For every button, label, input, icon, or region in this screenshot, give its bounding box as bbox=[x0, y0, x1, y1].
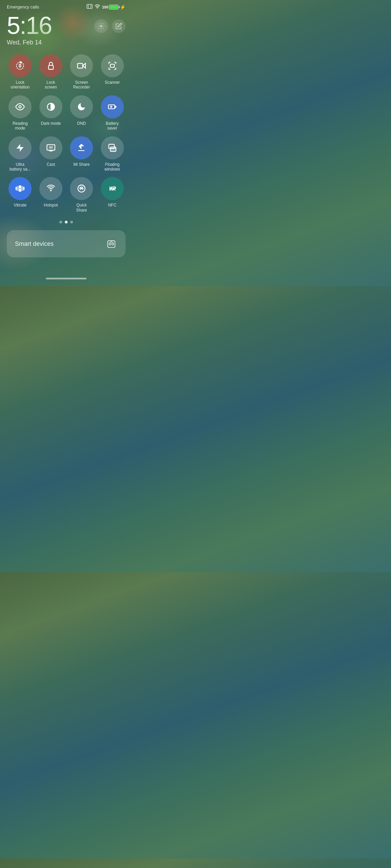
tile-label-quick-share: Quick Share bbox=[76, 203, 87, 213]
tiles-container: Lock orientation Lock screen Screen Reco… bbox=[0, 46, 132, 213]
smart-devices-icon bbox=[105, 238, 117, 250]
home-bar-line bbox=[46, 278, 87, 279]
svg-point-3 bbox=[97, 8, 97, 8]
svg-point-28 bbox=[50, 190, 52, 192]
svg-marker-10 bbox=[83, 63, 86, 68]
tile-nfc[interactable]: NFC bbox=[99, 177, 126, 213]
charging-icon: ⚡ bbox=[120, 4, 126, 10]
smart-devices-label: Smart devices bbox=[15, 240, 54, 248]
tile-label-vibrate: Vibrate bbox=[14, 203, 26, 208]
tile-label-screen-recorder: Screen Recorder bbox=[73, 80, 90, 90]
tile-label-dark-mode: Dark mode bbox=[41, 121, 61, 126]
tile-label-ultra-battery: Ultra battery sa... bbox=[10, 162, 31, 172]
tile-circle-reading-mode bbox=[8, 95, 32, 118]
svg-marker-21 bbox=[79, 144, 84, 149]
tile-circle-dark-mode bbox=[39, 95, 62, 118]
tile-screen-recorder[interactable]: Screen Recorder bbox=[68, 54, 95, 90]
tile-circle-mi-share bbox=[70, 136, 93, 159]
tile-dnd[interactable]: DND bbox=[68, 95, 95, 131]
svg-rect-0 bbox=[87, 4, 92, 8]
page-dots bbox=[0, 221, 132, 223]
svg-rect-22 bbox=[78, 150, 85, 151]
tile-label-floating-windows: Floating windows bbox=[105, 162, 120, 172]
battery-indicator: 100 ⚡ bbox=[102, 4, 126, 10]
tile-quick-share[interactable]: Quick Share bbox=[68, 177, 95, 213]
smart-devices-button[interactable]: Smart devices bbox=[7, 230, 126, 257]
tile-label-hotspot: Hotspot bbox=[44, 203, 58, 208]
tile-circle-cast bbox=[39, 136, 62, 159]
clock-actions bbox=[94, 13, 126, 33]
tile-label-scanner: Scanner bbox=[105, 80, 120, 85]
settings-button[interactable] bbox=[94, 19, 108, 33]
screen-record-icon bbox=[87, 4, 93, 10]
tile-circle-floating-windows bbox=[101, 136, 124, 159]
svg-point-7 bbox=[19, 65, 21, 67]
tile-circle-hotspot bbox=[39, 177, 62, 200]
svg-rect-20 bbox=[49, 146, 53, 149]
emergency-calls-text: Emergency calls bbox=[7, 4, 39, 9]
tile-scanner[interactable]: Scanner bbox=[99, 54, 126, 90]
wifi-icon bbox=[95, 4, 100, 10]
tile-circle-quick-share bbox=[70, 177, 93, 200]
tile-vibrate[interactable]: Vibrate bbox=[7, 177, 34, 213]
tile-battery-saver[interactable]: Battery saver bbox=[99, 95, 126, 131]
tile-label-lock-screen: Lock screen bbox=[45, 80, 57, 90]
svg-rect-8 bbox=[49, 65, 53, 70]
tile-circle-vibrate bbox=[8, 177, 32, 200]
tile-dark-mode[interactable]: Dark mode bbox=[38, 95, 64, 131]
edit-button[interactable] bbox=[112, 19, 126, 33]
svg-rect-9 bbox=[78, 63, 83, 68]
tile-label-reading-mode: Reading mode bbox=[13, 121, 28, 131]
battery-bar bbox=[109, 5, 118, 9]
tile-lock-screen[interactable]: Lock screen bbox=[38, 54, 64, 90]
tile-cast[interactable]: Cast bbox=[38, 136, 64, 172]
tile-label-mi-share: Mi Share bbox=[73, 162, 90, 167]
tile-floating-windows[interactable]: Floating windows bbox=[99, 136, 126, 172]
svg-point-30 bbox=[81, 188, 82, 190]
tile-circle-lock-orientation bbox=[8, 54, 32, 77]
svg-rect-11 bbox=[110, 64, 114, 67]
tile-hotspot[interactable]: Hotspot bbox=[38, 177, 64, 213]
tile-label-lock-orientation: Lock orientation bbox=[11, 80, 30, 90]
clock-left: 5:16 Wed, Feb 14 bbox=[7, 13, 52, 46]
tile-ultra-battery[interactable]: Ultra battery sa... bbox=[7, 136, 34, 172]
svg-marker-18 bbox=[17, 144, 24, 152]
home-bar bbox=[0, 278, 132, 283]
tile-circle-scanner bbox=[101, 54, 124, 77]
tile-circle-nfc bbox=[101, 177, 124, 200]
tile-circle-dnd bbox=[70, 95, 93, 118]
battery-percent: 100 bbox=[102, 5, 108, 9]
svg-point-12 bbox=[19, 105, 21, 108]
tile-label-battery-saver: Battery saver bbox=[106, 121, 119, 131]
tile-label-nfc: NFC bbox=[108, 203, 116, 208]
clock-date: Wed, Feb 14 bbox=[7, 39, 52, 46]
tile-mi-share[interactable]: Mi Share bbox=[68, 136, 95, 172]
page-dot-0[interactable] bbox=[59, 221, 62, 223]
clock-time: 5:16 bbox=[7, 13, 52, 38]
page-dot-2[interactable] bbox=[70, 221, 73, 223]
svg-point-27 bbox=[19, 188, 21, 190]
svg-rect-24 bbox=[110, 147, 116, 151]
tile-circle-ultra-battery bbox=[8, 136, 32, 159]
tile-circle-screen-recorder bbox=[70, 54, 93, 77]
tile-label-dnd: DND bbox=[77, 121, 86, 126]
tile-circle-lock-screen bbox=[39, 54, 62, 77]
tiles-grid: Lock orientation Lock screen Screen Reco… bbox=[7, 54, 126, 213]
battery-fill bbox=[110, 5, 118, 9]
svg-point-4 bbox=[100, 25, 102, 27]
tile-reading-mode[interactable]: Reading mode bbox=[7, 95, 34, 131]
tile-label-cast: Cast bbox=[46, 162, 55, 167]
tile-circle-battery-saver bbox=[101, 95, 124, 118]
tile-lock-orientation[interactable]: Lock orientation bbox=[7, 54, 34, 90]
status-icons: 100 ⚡ bbox=[87, 4, 126, 10]
page-dot-1[interactable] bbox=[65, 221, 68, 223]
status-bar: Emergency calls 100 ⚡ bbox=[0, 0, 132, 10]
clock-section: 5:16 Wed, Feb 14 bbox=[0, 10, 132, 46]
